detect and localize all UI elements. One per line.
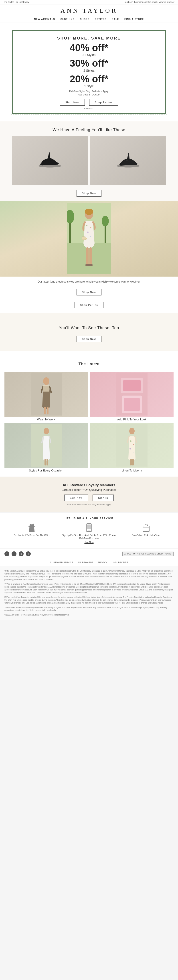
header: ANN TAYLOR	[0, 5, 178, 16]
wear-to-work-img	[5, 372, 88, 417]
latest-item-linen[interactable]: Linen To Live In	[90, 423, 173, 472]
service-grid: Get Inspired To Dress For The Office Sig…	[5, 523, 173, 544]
latest-label-wear-to-work: Wear To Work	[5, 418, 88, 421]
twitter-icon[interactable]: t	[26, 551, 31, 556]
rewards-subtitle: Earn 2x Points*** On Qualifying Purchase…	[9, 488, 169, 492]
rewards-title: ALL Rewards Loyalty Members	[9, 483, 169, 487]
service-heading: LET US BE A.T. YOUR SERVICE	[5, 517, 173, 520]
section2-shop-now-button[interactable]: Shop Now	[77, 289, 102, 296]
latest-item-add-pink[interactable]: Add Pink To Your Look	[90, 372, 173, 421]
top-bar: The Styles For Right Now Can't see the i…	[0, 0, 178, 5]
svg-rect-16	[90, 247, 92, 265]
nav-clothing[interactable]: CLOTHING	[60, 18, 75, 21]
instagram-icon[interactable]: i	[11, 551, 16, 556]
promo-buttons: Shop Now Shop Petites	[22, 99, 156, 106]
latest-title: The Latest	[5, 356, 173, 370]
model-svg	[67, 203, 111, 274]
logo: ANN TAYLOR	[0, 7, 178, 14]
img-caption: Our latest (and greatest) styles are her…	[0, 277, 178, 287]
svg-point-35	[129, 428, 135, 434]
promo-shop-petites-button[interactable]: Shop Petites	[89, 99, 118, 106]
service-text-inspire: Get Inspired To Dress For The Office	[5, 534, 59, 537]
section-feeling-title: We Have A Feeling You'll Like These	[0, 121, 178, 136]
svg-rect-15	[86, 247, 88, 265]
section2-shop-petites-button[interactable]: Shop Petites	[75, 302, 103, 308]
fine-print-p1: *Offer valid at Ann Taylor stores in the…	[5, 570, 173, 581]
shoe-left-svg	[37, 151, 63, 169]
rewards-section: ALL Rewards Loyalty Members Earn 2x Poin…	[0, 477, 178, 512]
section1-btn-wrap: Shop Now	[0, 188, 178, 201]
facebook-icon[interactable]: f	[5, 551, 10, 556]
wear-to-work-svg	[31, 373, 62, 415]
svg-point-18	[88, 264, 93, 266]
latest-label-linen: Linen To Live In	[90, 469, 173, 472]
shoe-right-svg	[115, 151, 141, 169]
footer-social: f i p t APPLY FOR AN ALL REWARDS CREDIT …	[0, 549, 178, 559]
tier3-sub: 1 Style	[22, 84, 156, 88]
footer-customer-service[interactable]: CUSTOMER SERVICE	[50, 562, 73, 564]
promo-banner: SHOP MORE, SAVE MORE 40% off* 3+ Styles …	[0, 22, 178, 121]
service-text-buy-online: Buy Online, Pick Up In-Store	[119, 534, 173, 537]
svg-rect-24	[47, 407, 48, 414]
nav-find-store[interactable]: FIND A STORE	[124, 18, 144, 21]
fine-print-p2: ***This is available to ALL Rewards loya…	[5, 583, 173, 594]
add-pink-svg	[116, 373, 148, 415]
svg-point-38	[130, 448, 131, 450]
section-youll-want: You'll Want To See These, Too Shop Now	[0, 313, 178, 351]
tier1-num: 40% off*	[22, 42, 156, 53]
service-join-now-link[interactable]: Join Now	[84, 541, 93, 544]
service-section: LET US BE A.T. YOUR SERVICE Get Inspired…	[0, 512, 178, 549]
styles-every-img	[5, 423, 88, 468]
svg-point-9	[85, 208, 93, 215]
tier1-sub: 3+ Styles	[22, 53, 156, 57]
phone-svg	[86, 523, 92, 532]
section1-shop-now-button[interactable]: Shop Now	[77, 190, 102, 197]
add-pink-img	[90, 372, 173, 417]
nav-sale[interactable]: SALE	[112, 18, 119, 21]
nav-new-arrivals[interactable]: NEW ARRIVALS	[34, 18, 55, 21]
svg-point-31	[43, 428, 49, 434]
social-icons: f i p t	[5, 551, 31, 556]
section3-btn-wrap: Shop Now	[0, 334, 178, 347]
fine-print: *Offer valid at Ann Taylor stores in the…	[0, 566, 178, 620]
tier3: 20% off* 1 Style	[22, 74, 156, 88]
pinterest-icon[interactable]: p	[19, 551, 24, 556]
rewards-sign-in-button[interactable]: Sign In	[93, 495, 114, 501]
svg-point-44	[88, 530, 90, 531]
promo-headline: SHOP MORE, SAVE MORE	[22, 36, 156, 41]
latest-section: The Latest Wear	[0, 351, 178, 477]
apply-credit-button[interactable]: APPLY FOR AN ALL REWARDS CREDIT CARD	[122, 552, 173, 556]
latest-item-styles-every[interactable]: Styles For Every Occasion	[5, 423, 88, 472]
svg-rect-27	[123, 380, 141, 391]
rewards-join-now-button[interactable]: Join Now	[64, 495, 88, 501]
dress-icon	[27, 523, 36, 532]
model-image	[0, 201, 178, 277]
svg-rect-23	[44, 407, 46, 414]
promo-code: Use Code STOCKUP	[22, 94, 156, 96]
nav-petites[interactable]: PETITES	[95, 18, 106, 21]
phone-icon	[85, 523, 93, 532]
latest-item-wear-to-work[interactable]: Wear To Work	[5, 372, 88, 421]
tier1: 40% off* 3+ Styles	[22, 42, 156, 57]
fine-print-p3: [3]This valid at Ann Taylor stores in th…	[5, 596, 173, 604]
footer-unsubscribe[interactable]: UNSUBSCRIBE	[112, 562, 128, 564]
svg-point-39	[133, 452, 133, 453]
tier2-sub: 2 Styles	[22, 69, 156, 72]
tier2-num: 30% off*	[22, 58, 156, 68]
svg-point-12	[87, 232, 88, 233]
svg-point-36	[130, 441, 131, 442]
shoe-image-right	[90, 136, 166, 185]
footer-all-rewards[interactable]: ALL REWARDS	[78, 562, 93, 564]
youll-want-title: You'll Want To See These, Too	[0, 320, 178, 334]
svg-point-11	[90, 227, 91, 228]
svg-rect-33	[47, 459, 48, 466]
nav-shoes[interactable]: SHOES	[80, 18, 90, 21]
tier2: 30% off* 2 Styles	[22, 58, 156, 72]
dress-svg	[28, 523, 36, 532]
svg-rect-41	[132, 459, 134, 466]
promo-shop-now-button[interactable]: Shop Now	[59, 99, 85, 106]
svg-point-13	[90, 236, 91, 237]
footer-privacy[interactable]: PRIVACY	[98, 562, 107, 564]
section3-shop-now-button[interactable]: Shop Now	[77, 336, 102, 342]
svg-rect-45	[143, 526, 149, 531]
